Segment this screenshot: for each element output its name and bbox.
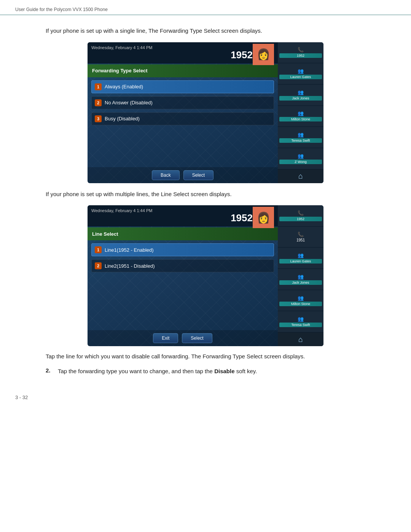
intro-text-1: If your phone is set up with a single li… — [46, 27, 365, 35]
sidebar-1: 📞 1952 👥 Lauren Gates 👥 Jack Jones 👥 Mil… — [278, 42, 323, 183]
menu-item-line2[interactable]: 2 Line2(1951 - Disabled) — [91, 259, 274, 272]
sidebar-btn-teresa-1[interactable]: 👥 Teresa Swift — [278, 127, 323, 148]
extension-1: 1952 — [91, 50, 253, 60]
home-button-1[interactable]: ⌂ — [278, 169, 323, 183]
page-number: 3 - 32 — [15, 395, 28, 400]
section-title-bar-2: Line Select — [88, 227, 278, 240]
step-2-block: 2. Tap the forwarding type you want to c… — [46, 367, 365, 376]
step-2-desc: Tap the forwarding type you want to chan… — [58, 367, 257, 376]
header-text: User Guide for the Polycom VVX 1500 Phon… — [15, 7, 108, 12]
sidebar-btn-1952-2[interactable]: 📞 1952 — [278, 205, 323, 227]
section-title-bar-1: Forwarding Type Select — [88, 64, 278, 77]
sidebar-btn-zwong[interactable]: 👥 Z Wong — [278, 148, 323, 169]
intro-text-2: If your phone is set up with multiple li… — [46, 190, 365, 199]
bottom-buttons-1: Back Select — [88, 167, 278, 183]
menu-area-1: 1 Always (Enabled) 2 No Answer (Disabled… — [88, 77, 278, 128]
phone-screen-1: Wednesday, February 4 1:44 PM 1952 👩 For… — [88, 42, 323, 183]
bottom-buttons-2: Exit Select — [88, 330, 278, 346]
menu-item-busy[interactable]: 3 Busy (Disabled) — [91, 112, 274, 125]
top-bar-1: Wednesday, February 4 1:44 PM 1952 👩 — [88, 42, 278, 64]
datetime-2: Wednesday, February 4 1:44 PM — [91, 207, 253, 213]
exit-button-2[interactable]: Exit — [153, 333, 178, 343]
phone-screen-2: Wednesday, February 4 1:44 PM 1952 👩 Lin… — [88, 205, 323, 346]
section-title-1: Forwarding Type Select — [92, 68, 148, 73]
sidebar-btn-jack-1[interactable]: 👥 Jack Jones — [278, 85, 323, 106]
sidebar-btn-1952[interactable]: 📞 1952 — [278, 42, 323, 64]
sidebar-btn-lauren-2[interactable]: 👥 Lauren Gates — [278, 248, 323, 269]
extension-2: 1952 — [91, 213, 253, 223]
sidebar-btn-milton-2[interactable]: 👥 Milton Stone — [278, 290, 323, 312]
select-button-1[interactable]: Select — [183, 170, 213, 180]
sidebar-2: 📞 1952 📞 1951 👥 Lauren Gates 👥 Jack Jone… — [278, 205, 323, 346]
sidebar-btn-lauren[interactable]: 👥 Lauren Gates — [278, 63, 323, 85]
home-button-2[interactable]: ⌂ — [278, 332, 323, 346]
menu-item-always[interactable]: 1 Always (Enabled) — [91, 80, 274, 93]
menu-item-noanswer[interactable]: 2 No Answer (Disabled) — [91, 96, 274, 109]
menu-item-line1[interactable]: 1 Line1(1952 - Enabled) — [91, 243, 274, 256]
top-bar-2: Wednesday, February 4 1:44 PM 1952 👩 — [88, 205, 278, 227]
menu-area-2: 1 Line1(1952 - Enabled) 2 Line2(1951 - D… — [88, 240, 278, 275]
step-text: Tap the line for which you want to disab… — [46, 352, 365, 361]
page-header: User Guide for the Polycom VVX 1500 Phon… — [0, 0, 411, 15]
step-2-num: 2. — [46, 367, 54, 374]
avatar-2: 👩 — [253, 207, 274, 228]
sidebar-btn-milton-1[interactable]: 👥 Milton Stone — [278, 106, 323, 127]
datetime-1: Wednesday, February 4 1:44 PM — [91, 44, 253, 50]
select-button-2[interactable]: Select — [182, 333, 212, 343]
sidebar-btn-teresa-2[interactable]: 👥 Teresa Swift — [278, 311, 323, 332]
sidebar-btn-jack-2[interactable]: 👥 Jack Jones — [278, 269, 323, 290]
page-footer: 3 - 32 — [0, 387, 411, 408]
back-button-1[interactable]: Back — [152, 170, 180, 180]
section-title-2: Line Select — [92, 231, 118, 237]
avatar-1: 👩 — [253, 44, 274, 65]
sidebar-btn-1951[interactable]: 📞 1951 — [278, 227, 323, 248]
